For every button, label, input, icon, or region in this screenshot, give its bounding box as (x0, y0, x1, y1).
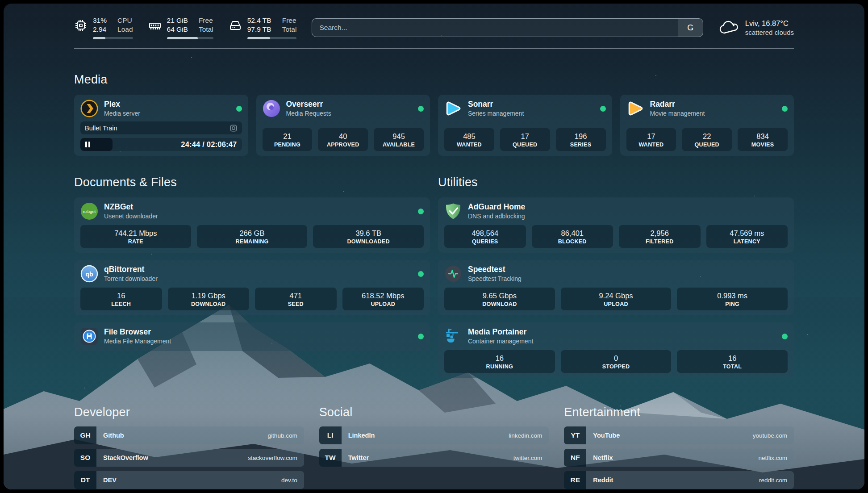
bookmark-name: Netflix (593, 454, 613, 461)
status-dot (782, 334, 788, 339)
bookmark-dev[interactable]: DT DEV dev.to (74, 471, 304, 489)
search-provider-button[interactable]: G (678, 19, 703, 37)
stats-row: 9.65 Gbps DOWNLOAD 9.24 Gbps UPLOAD 0.99… (444, 288, 788, 310)
bookmark-youtube[interactable]: YT YouTube youtube.com (564, 426, 794, 444)
bookmark-url: reddit.com (759, 477, 787, 484)
resource-cpu: 31% 2.94 CPU Load (74, 16, 133, 39)
bookmark-linkedin[interactable]: LI LinkedIn linkedin.com (319, 426, 549, 444)
service-title: Speedtest (468, 265, 522, 274)
bookmark-abbr: NF (564, 449, 586, 467)
sonarr-icon (444, 100, 462, 117)
stat-block: 2,956 FILTERED (619, 225, 701, 248)
bookmark-name: Reddit (593, 476, 613, 484)
bookmark-url: youtube.com (753, 432, 787, 439)
bookmark-url: dev.to (281, 477, 297, 484)
stat-block: 945 AVAILABLE (374, 128, 424, 151)
service-title: NZBGet (104, 202, 158, 212)
bookmark-abbr: GH (74, 426, 96, 444)
section-heading-documents: Documents & Files (74, 175, 430, 189)
memory-total-label: Total (199, 25, 213, 34)
service-subtitle: Series management (468, 109, 524, 117)
dashboard-window: 31% 2.94 CPU Load (4, 4, 864, 489)
stats-row: 17 WANTED 22 QUEUED 834 MOVIES (626, 128, 788, 151)
service-card-speedtest[interactable]: Speedtest Speedtest Tracking 9.65 Gbps D… (438, 260, 794, 315)
nzbget-icon: nzbget (80, 202, 98, 220)
status-dot (418, 106, 424, 112)
service-subtitle: Media Requests (286, 109, 331, 117)
section-heading-utilities: Utilities (438, 175, 794, 189)
status-dot (418, 271, 424, 277)
service-subtitle: DNS and adblocking (468, 212, 525, 220)
resource-disk: 52.4 TB 97.9 TB Free Total (229, 16, 297, 39)
service-title: Overseerr (286, 100, 331, 109)
stat-block: 485 WANTED (444, 128, 494, 151)
bookmark-stackoverflow[interactable]: SO StackOverflow stackoverflow.com (74, 449, 304, 467)
cpu-usage-label: CPU (117, 16, 133, 25)
playback-progress-row: 24:44 / 02:06:47 (80, 138, 242, 151)
bookmark-twitter[interactable]: TW Twitter twitter.com (319, 449, 549, 467)
bookmark-url: netflix.com (758, 455, 787, 461)
bookmark-reddit[interactable]: RE Reddit reddit.com (564, 471, 794, 489)
stat-block: 744.21 Mbps RATE (80, 225, 191, 248)
service-card-filebrowser[interactable]: File Browser Media File Management (74, 322, 430, 351)
stat-block: 17 WANTED (626, 128, 676, 151)
service-card-nzbget[interactable]: nzbget NZBGet Usenet downloader (74, 197, 430, 253)
disk-total-label: Total (282, 25, 297, 34)
media-grid: Plex Media server Bullet Train (74, 95, 794, 156)
bookmark-netflix[interactable]: NF Netflix netflix.com (564, 449, 794, 467)
speedtest-icon (444, 265, 462, 283)
service-card-sonarr[interactable]: Sonarr Series management 485 WANTED 17 Q… (438, 95, 612, 156)
service-card-portainer[interactable]: Media Portainer Container management 16 … (438, 322, 794, 378)
stats-row: 16 RUNNING 0 STOPPED 16 TOTAL (444, 350, 788, 373)
service-subtitle: Torrent downloader (104, 275, 158, 283)
service-subtitle: Movie management (650, 109, 705, 117)
section-heading-entertainment: Entertainment (564, 405, 794, 419)
service-card-radarr[interactable]: Radarr Movie management 17 WANTED 22 QUE… (620, 95, 794, 156)
pause-icon (85, 142, 90, 147)
svg-text:nzbget: nzbget (83, 209, 96, 214)
disk-progress-bar (247, 37, 297, 39)
stat-block: 471 SEED (255, 288, 337, 310)
bookmark-abbr: YT (564, 426, 586, 444)
topbar-divider (74, 48, 794, 49)
service-subtitle: Media File Management (104, 337, 171, 345)
memory-free-value: 21 GiB (167, 16, 188, 25)
svg-text:qb: qb (85, 271, 93, 278)
stat-block: 9.24 Gbps UPLOAD (561, 288, 672, 310)
bookmark-name: LinkedIn (348, 432, 375, 439)
stats-row: 744.21 Mbps RATE 266 GB REMAINING 39.6 T… (80, 225, 424, 248)
stat-block: 21 PENDING (263, 128, 313, 151)
section-heading-social: Social (319, 405, 549, 419)
cpu-usage-value: 31% (93, 16, 107, 25)
status-dot (600, 106, 606, 112)
search-bar[interactable]: G (312, 18, 703, 37)
status-dot (782, 106, 788, 112)
camera-icon (230, 124, 238, 132)
stat-block: 196 SERIES (556, 128, 606, 151)
stats-row: 21 PENDING 40 APPROVED 945 AVAILABLE (263, 128, 424, 151)
playback-time: 24:44 / 02:06:47 (181, 140, 242, 149)
adguard-icon (444, 202, 462, 220)
bookmark-name: YouTube (593, 432, 620, 439)
search-input[interactable] (312, 19, 677, 37)
memory-total-value: 64 GiB (167, 25, 188, 34)
stat-block: 47.569 ms LATENCY (706, 225, 788, 248)
cloud-icon (718, 19, 739, 37)
overseerr-icon (263, 100, 280, 117)
stat-block: 9.65 Gbps DOWNLOAD (444, 288, 555, 310)
service-title: File Browser (104, 327, 171, 337)
stat-block: 16 RUNNING (444, 350, 555, 373)
memory-progress-bar (167, 37, 213, 39)
stat-block: 17 QUEUED (500, 128, 550, 151)
stat-block: 16 LEECH (80, 288, 162, 310)
service-card-adguard[interactable]: AdGuard Home DNS and adblocking 498,564 … (438, 197, 794, 253)
service-card-plex[interactable]: Plex Media server Bullet Train (74, 95, 248, 156)
bookmark-github[interactable]: GH Github github.com (74, 426, 304, 444)
service-card-qbittorrent[interactable]: qb qBittorrent Torrent downloader (74, 260, 430, 315)
service-title: AdGuard Home (468, 202, 525, 212)
bookmark-url: twitter.com (513, 455, 542, 461)
weather-summary: Lviv, 16.87°C (745, 19, 794, 28)
service-title: qBittorrent (104, 265, 158, 274)
service-card-overseerr[interactable]: Overseerr Media Requests 21 PENDING 40 A… (256, 95, 430, 156)
bookmark-name: StackOverflow (103, 454, 148, 461)
